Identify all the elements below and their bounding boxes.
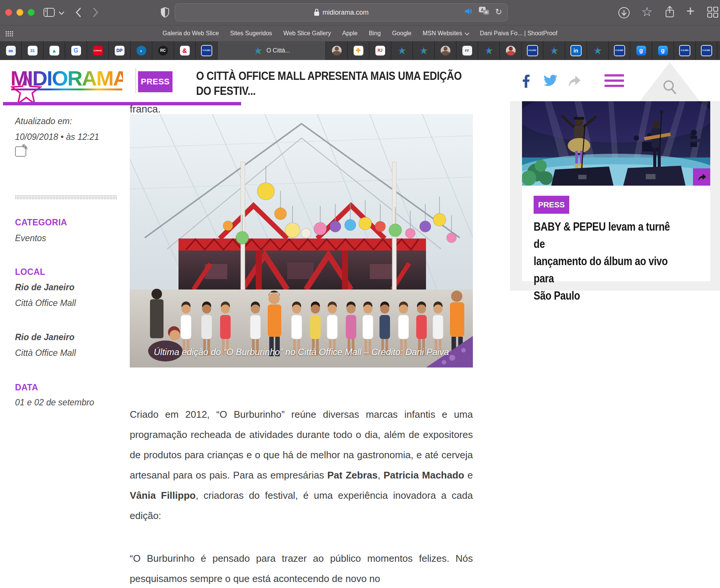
tab-favicon-g[interactable]: g xyxy=(630,41,652,60)
tab-favicon-mag[interactable]: RJ xyxy=(369,41,391,60)
back-button[interactable] xyxy=(75,7,82,19)
tab-favicon-amp[interactable]: & xyxy=(174,41,196,60)
tab-favicon-meta[interactable]: ∞ xyxy=(0,41,22,60)
bookmark-item[interactable]: Google xyxy=(392,30,411,37)
tab-active[interactable]: ★ O Città... xyxy=(218,41,326,60)
date-value: 01 e 02 de setembro xyxy=(15,398,94,408)
favorites-grid-icon[interactable] xyxy=(5,31,13,36)
downloads-icon[interactable] xyxy=(618,7,630,20)
tab-favicon-oglobo[interactable]: O GLOBO xyxy=(696,41,717,60)
tab-favicon-star[interactable]: ★ xyxy=(587,41,609,60)
svg-text:A: A xyxy=(481,8,483,12)
tab-favicon-oglobo[interactable]: O GLOBO xyxy=(609,41,630,60)
tab-favicon-avatar3[interactable] xyxy=(500,41,522,60)
updated-label: Atualizado em: xyxy=(15,116,72,126)
facebook-icon[interactable] xyxy=(522,74,530,89)
share-icon[interactable] xyxy=(664,6,675,21)
location-venue: Città Office Mall xyxy=(15,298,76,308)
tab-favicon-star[interactable]: ★ xyxy=(391,41,413,60)
lock-icon xyxy=(314,9,320,16)
share-arrow-icon[interactable] xyxy=(566,74,581,88)
address-bar[interactable]: midiorama.com A✱ ↻ xyxy=(175,3,508,21)
related-press-badge[interactable]: PRESS xyxy=(534,196,569,214)
bookmarks-bar: Galeria do Web Slice Sites Sugeridos Web… xyxy=(0,26,720,41)
bookmark-star-icon[interactable]: ☆ xyxy=(641,5,652,18)
zoom-window-button[interactable] xyxy=(28,9,34,16)
tab-favicon-oglobo[interactable]: O GLOBO xyxy=(522,41,543,60)
article-paragraph: “O Burburinho é pensado para trazer ao p… xyxy=(130,548,473,588)
local-label: LOCAL xyxy=(15,267,45,277)
reload-icon[interactable]: ↻ xyxy=(495,8,502,16)
header-accent-bar xyxy=(3,102,241,105)
sidebar-chevron-icon[interactable] xyxy=(58,10,64,17)
tab-active-label: O Città... xyxy=(266,47,290,54)
location-city: Rio de Janeiro xyxy=(15,282,74,292)
article-photo: Última edição do “O Burburinho” no Città… xyxy=(130,114,473,368)
tab-favicon-gcal[interactable]: 31 xyxy=(22,41,44,60)
translate-icon[interactable]: A✱ xyxy=(479,7,489,18)
tab-favicon-g[interactable]: g xyxy=(652,41,674,60)
edit-icon[interactable]: ✎ xyxy=(15,146,26,157)
close-window-button[interactable] xyxy=(5,9,12,16)
bookmark-item[interactable]: Apple xyxy=(342,30,357,37)
tab-favicon-plus[interactable]: ✚ xyxy=(348,41,369,60)
tab-favicon-avatar[interactable] xyxy=(326,41,348,60)
tab-favicon-rc[interactable]: RC xyxy=(152,41,174,60)
tab-favicon-dp[interactable]: DP xyxy=(109,41,130,60)
midiorama-logo[interactable]: MIDIORAMA xyxy=(10,63,123,106)
svg-text:✱: ✱ xyxy=(484,10,488,14)
tab-favicon-oglobo[interactable]: O GLOBO xyxy=(196,41,218,60)
tab-favicon-google[interactable]: G xyxy=(65,41,87,60)
bookmark-folder-msn[interactable]: MSN Websites xyxy=(423,30,469,37)
tab-favicon-avatar[interactable] xyxy=(435,41,456,60)
tab-favicon-star[interactable]: ★ xyxy=(543,41,565,60)
minimize-window-button[interactable] xyxy=(16,9,23,16)
updated-value: 10/09/2018 • às 12:21 xyxy=(15,132,99,142)
bookmark-item[interactable]: Web Slice Gallery xyxy=(284,30,331,37)
new-tab-icon[interactable]: + xyxy=(686,4,694,18)
forward-button[interactable] xyxy=(92,7,99,19)
twitter-icon[interactable] xyxy=(543,74,558,88)
tab-strip: ∞31▲GCARASDP◗RC&O GLOBO ★ O Città... ✚RJ… xyxy=(0,41,720,60)
photo-caption: Última edição do “O Burburinho” no Città… xyxy=(130,347,473,357)
audio-speaker-icon[interactable] xyxy=(465,8,473,17)
tab-favicon-gdrive[interactable]: ▲ xyxy=(44,41,65,60)
bookmark-item[interactable]: Bing xyxy=(369,30,381,37)
midiorama-star-favicon: ★ xyxy=(253,46,262,56)
related-share-button[interactable] xyxy=(693,168,710,186)
header-divider xyxy=(135,68,136,93)
chevron-down-icon xyxy=(465,30,470,35)
tab-favicon-star[interactable]: ★ xyxy=(413,41,435,60)
location-venue: Città Office Mall xyxy=(15,348,76,358)
lead-fragment: franca. xyxy=(130,104,161,115)
category-value[interactable]: Eventos xyxy=(15,233,46,243)
location-city: Rio de Janeiro xyxy=(15,332,74,342)
url-text: midiorama.com xyxy=(322,9,369,16)
date-label: DATA xyxy=(15,382,38,393)
bookmark-item[interactable]: Galeria do Web Slice xyxy=(163,30,219,37)
tab-favicon-ffbc[interactable]: FF xyxy=(456,41,478,60)
press-category-button[interactable]: PRESS xyxy=(138,71,172,92)
article-paragraph: Criado em 2012, “O Burburinho” reúne div… xyxy=(130,404,473,526)
share-arrow-icon xyxy=(697,173,706,181)
bookmark-item[interactable]: Sites Sugeridos xyxy=(230,30,272,37)
tab-favicon-linkedin[interactable]: in xyxy=(565,41,587,60)
browser-toolbar: midiorama.com A✱ ↻ ☆ + xyxy=(0,0,720,26)
tab-favicon-globoplay[interactable]: ◗ xyxy=(130,41,152,60)
bookmark-item[interactable]: Dani Paiva Fo... | ShootProof xyxy=(480,30,558,37)
privacy-shield-icon[interactable] xyxy=(160,7,170,20)
related-article-card[interactable]: PRESS BABY & PEPEU levam a turnê de lanç… xyxy=(522,101,710,281)
related-article-photo xyxy=(522,101,710,186)
tab-favicon-oglobo[interactable]: O GLOBO xyxy=(674,41,696,60)
related-article-headline[interactable]: BABY & PEPEU levam a turnê de lançamento… xyxy=(534,218,680,304)
tab-favicon-oglobo[interactable]: O GLOBO xyxy=(717,41,720,60)
menu-hamburger-icon[interactable] xyxy=(604,74,624,90)
search-icon[interactable] xyxy=(662,80,677,97)
tab-favicon-caras[interactable]: CARAS xyxy=(87,41,109,60)
meta-divider xyxy=(15,195,117,200)
tab-favicon-star[interactable]: ★ xyxy=(478,41,500,60)
svg-text:MIDIORAMA: MIDIORAMA xyxy=(10,66,123,90)
article-title: O CITTÀ OFFICE MALL APRESENTA MAIS UMA E… xyxy=(196,68,462,98)
sidebar-toggle-icon[interactable] xyxy=(44,8,55,18)
tab-overview-icon[interactable] xyxy=(707,7,718,20)
